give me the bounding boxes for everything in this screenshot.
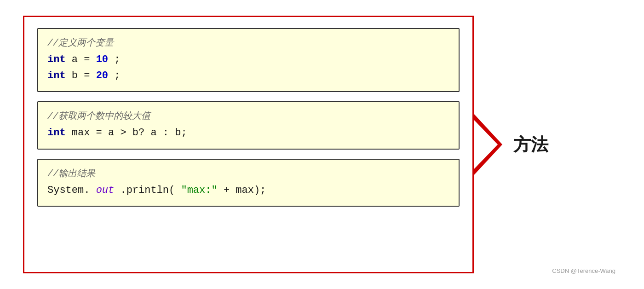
arrow-label-group: 方法 — [472, 112, 548, 177]
method-label: 方法 — [513, 133, 548, 156]
code-text: ; — [114, 54, 120, 65]
method-out: out — [96, 185, 115, 196]
code-text: System. — [47, 185, 90, 196]
code-line-1a: int a = 10 ; — [47, 52, 449, 68]
main-container: //定义两个变量 int a = 10 ; int b = 20 ; //获取两… — [23, 11, 621, 278]
string-max: "max:" — [181, 185, 217, 196]
code-text: + max); — [224, 185, 266, 196]
code-block-2: //获取两个数中的较大值 int max = a > b? a : b; — [37, 101, 460, 149]
number-10: 10 — [96, 54, 108, 65]
watermark: CSDN @Terence-Wang — [552, 267, 615, 274]
keyword-int: int — [47, 54, 66, 65]
code-text: b = — [72, 70, 96, 81]
keyword-int-2: int — [47, 70, 66, 81]
code-text: max = a > b? a : b; — [72, 127, 187, 139]
chevron-right-icon — [472, 112, 502, 177]
code-text: a = — [72, 54, 96, 65]
comment-2: //获取两个数中的较大值 — [47, 110, 449, 122]
code-line-3a: System. out .println( "max:" + max); — [47, 182, 449, 198]
left-panel: //定义两个变量 int a = 10 ; int b = 20 ; //获取两… — [23, 16, 474, 273]
code-line-2a: int max = a > b? a : b; — [47, 125, 449, 141]
code-text: ; — [114, 70, 120, 81]
code-block-1: //定义两个变量 int a = 10 ; int b = 20 ; — [37, 28, 460, 92]
comment-1: //定义两个变量 — [47, 36, 449, 49]
number-20: 20 — [96, 70, 108, 81]
keyword-int-3: int — [47, 127, 66, 139]
code-text: .println( — [120, 185, 175, 196]
code-block-3: //输出结果 System. out .println( "max:" + ma… — [37, 159, 460, 207]
comment-3: //输出结果 — [47, 167, 449, 179]
code-line-1b: int b = 20 ; — [47, 68, 449, 84]
